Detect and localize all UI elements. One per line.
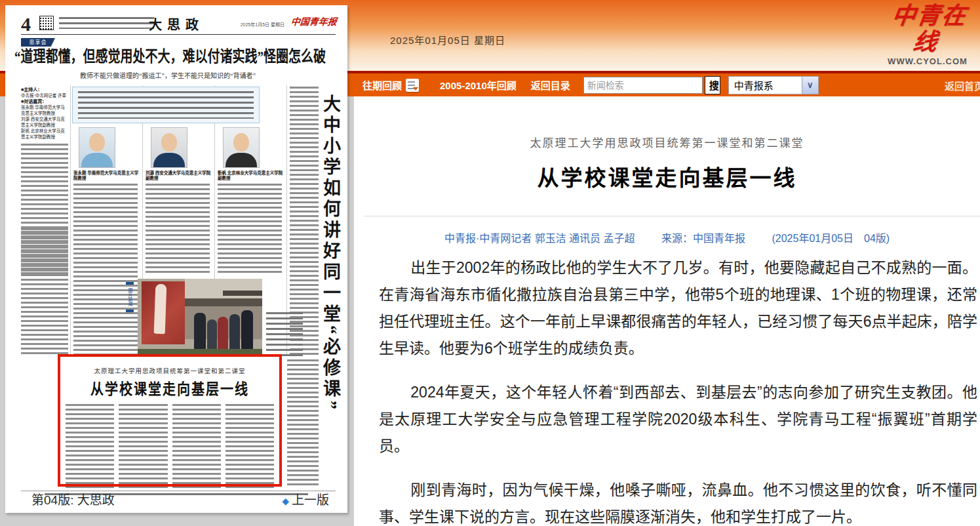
newspaper-page-image[interactable]: 4 大思政 2025年1月5日 星期日 中国青年报 思享会 “道理都懂，但感觉用… <box>5 5 347 491</box>
lead-intro-box <box>72 87 260 123</box>
vertical-headline: 大中小学如何讲好同一堂“必修课” <box>318 94 343 468</box>
nav-back-toc-link[interactable]: 返回目录 <box>531 78 570 92</box>
guest-portrait-photo <box>151 127 187 168</box>
paper-contact-lines <box>59 17 154 29</box>
article-paragraph: 2024年夏天，这个年轻人怀着“到西部去、到基层去”的志向参加了研究生支教团。他… <box>379 379 977 460</box>
search-input[interactable] <box>583 77 703 94</box>
newspaper-viewer-panel: 4 大思政 2025年1月5日 星期日 中国青年报 思享会 “道理都懂，但感觉用… <box>5 5 347 513</box>
prev-page-button[interactable]: ◆上一版 <box>282 490 329 508</box>
body-text-block <box>66 404 114 488</box>
nav-archive-link[interactable]: 往期回顾 <box>363 78 402 92</box>
guests-label: ■对话嘉宾： <box>21 98 68 104</box>
photo-caption-block <box>266 312 303 357</box>
article-paragraph: 刚到青海时，因为气候干燥，他嗓子嘶哑，流鼻血。他不习惯这里的饮食，听不懂同事、学… <box>379 477 977 526</box>
paper-page-number: 4 <box>21 13 31 35</box>
page-label: 第04版: 大思政 <box>31 490 115 508</box>
chevron-down-icon[interactable]: ∨ <box>802 77 818 94</box>
nav-archive-2005-link[interactable]: 2005-2010年回顾 <box>440 78 517 92</box>
search-button[interactable]: 搜 <box>705 76 720 94</box>
archive-list-icon[interactable] <box>406 79 419 92</box>
article-byline: 中青报·中青网记者 郭玉洁 通讯员 孟子超 来源：中国青年报 (2025年01月… <box>354 230 980 245</box>
paper-main-headline: “道理都懂，但感觉用处不大，难以付诸实践”怪圈怎么破 <box>14 44 321 66</box>
body-text-block <box>73 184 138 355</box>
boxed-article-headline: 从学校课堂走向基层一线 <box>60 377 279 399</box>
nav-home-link[interactable]: 返回首页 <box>945 79 980 92</box>
intro-text-block <box>78 91 254 119</box>
portrait-caption: 张永刚 华南师范大学马克思主义学院教授 <box>73 171 142 181</box>
viewer-footer: 第04版: 大思政 ◆上一版 <box>5 488 347 508</box>
highlighted-article-box[interactable]: 太原理工大学用思政项目统筹第一课堂和第二课堂 从学校课堂走向基层一线 <box>58 354 282 487</box>
paper-select[interactable]: 中青报系 ∨ <box>728 76 819 94</box>
article-pane: 太原理工大学用思政项目统筹第一课堂和第二课堂 从学校课堂走向基层一线 中青报·中… <box>354 96 980 526</box>
guest-portrait-photo <box>223 127 260 168</box>
guest-entry: 张永刚 华南师范大学马克思主义学院教授 <box>21 104 68 116</box>
logo-url: WWW.CYOL.COM <box>882 56 973 66</box>
portrait-caption: 靳帆 北京林业大学马克思主义学院副教授 <box>218 171 286 181</box>
body-text-block <box>218 184 282 274</box>
article-title: 从学校课堂走向基层一线 <box>354 161 980 192</box>
column-divider <box>70 85 71 355</box>
news-photo <box>138 279 262 357</box>
article-divider <box>364 216 980 216</box>
body-text-block <box>225 404 274 488</box>
qr-code-icon <box>39 16 54 30</box>
prev-arrow-icon: ◆ <box>282 496 289 506</box>
host-label: ■主持人： <box>21 87 68 92</box>
portrait-caption: 刘源 西安交通大学马克思主义学院副教授 <box>146 171 214 181</box>
boxed-article-columns <box>66 404 274 488</box>
byline-source: 来源：中国青年报 <box>661 233 745 244</box>
logo-calligraphy-icon: 中青在线 <box>878 3 977 55</box>
host-name: 中青报·中青网记者 许革 <box>21 92 68 98</box>
paper-brand-logo: 中国青年报 <box>290 14 338 28</box>
paper-date-line: 2025年1月5日 星期日 <box>241 21 284 28</box>
paper-section-masthead: 大思政 <box>149 14 204 33</box>
issue-date: 2025年01月05日 星期日 <box>390 33 505 47</box>
article-body: 出生于2002年的杨政比他的学生大不了几岁。有时，他要隐藏起自己不成熟的一面。在… <box>379 254 977 526</box>
body-text-block <box>172 404 221 488</box>
article-kicker: 太原理工大学用思政项目统筹第一课堂和第二课堂 <box>354 134 980 150</box>
paper-select-value: 中青报系 <box>729 78 802 92</box>
paper-header-rule <box>21 34 336 35</box>
guest-entry: 刘源 西安交通大学马克思主义学院副教授 <box>21 116 68 128</box>
body-text-block <box>287 359 319 485</box>
paper-subtitle: 教师不能只做道理的“搬运工”，学生不能只是知识的“背诵者” <box>14 70 321 80</box>
body-text-block <box>119 404 167 488</box>
prev-page-label: 上一版 <box>292 493 329 507</box>
body-text-block <box>146 184 210 274</box>
boxed-article-kicker: 太原理工大学用思政项目统筹第一课堂和第二课堂 <box>60 366 279 375</box>
guest-entry: 靳帆 北京林业大学马克思主义学院副教授 <box>21 128 68 140</box>
byline-author: 中青报·中青网记者 郭玉洁 通讯员 孟子超 <box>444 233 635 244</box>
photo-news-tag: 图片新闻 <box>126 282 134 312</box>
guest-portrait-photo <box>79 127 115 168</box>
body-text-block <box>21 228 68 355</box>
byline-issue: (2025年01月05日 04版) <box>772 233 890 244</box>
article-paragraph: 出生于2002年的杨政比他的学生大不了几岁。有时，他要隐藏起自己不成熟的一面。在… <box>379 254 977 362</box>
site-logo[interactable]: 中青在线 WWW.CYOL.COM <box>882 3 973 66</box>
